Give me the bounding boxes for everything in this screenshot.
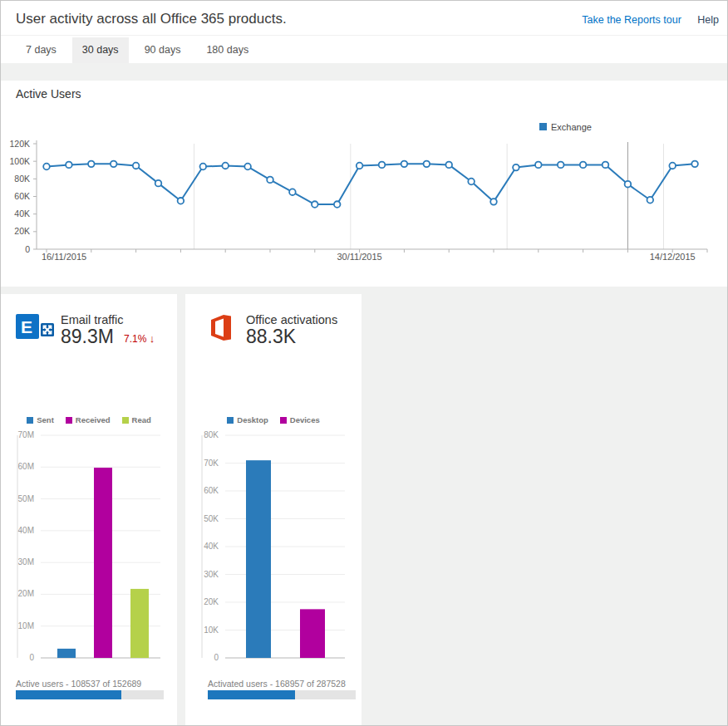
time-range-tabs: 7 days30 days90 days180 days — [16, 37, 264, 63]
svg-text:120K: 120K — [9, 139, 30, 149]
svg-text:16/11/2015: 16/11/2015 — [42, 252, 86, 262]
svg-text:0: 0 — [214, 653, 219, 662]
email-traffic-change: 7.1% ↓ — [124, 332, 155, 345]
svg-text:30/11/2015: 30/11/2015 — [337, 252, 381, 262]
svg-text:100K: 100K — [9, 156, 30, 166]
activated-users-progress-label: Activated users - 168957 of 287528 — [208, 679, 346, 689]
svg-text:80K: 80K — [204, 430, 219, 439]
change-percent: 7.1% — [124, 333, 146, 345]
svg-text:20M: 20M — [18, 589, 34, 598]
legend-swatch-icon — [280, 417, 287, 424]
legend-item-exchange[interactable]: Exchange — [539, 122, 592, 132]
legend-label: Devices — [290, 415, 320, 424]
legend-swatch-icon — [539, 123, 547, 130]
svg-text:60M: 60M — [18, 462, 34, 471]
svg-text:20K: 20K — [14, 226, 30, 236]
activated-users-progress-fill — [208, 690, 295, 699]
tab-180-days[interactable]: 180 days — [196, 37, 258, 63]
active-users-line-chart[interactable]: 020K40K60K80K100K120K16/11/201530/11/201… — [1, 134, 728, 271]
svg-text:60K: 60K — [204, 486, 219, 495]
svg-text:20K: 20K — [204, 597, 219, 606]
svg-text:30K: 30K — [204, 570, 219, 579]
active-users-title: Active Users — [16, 87, 81, 101]
tab-90-days[interactable]: 90 days — [135, 37, 191, 63]
svg-text:50M: 50M — [18, 494, 34, 503]
help-link[interactable]: Help — [697, 14, 719, 26]
svg-text:30M: 30M — [18, 557, 34, 567]
active-users-panel: Active Users Exchange 020K40K60K80K100K1… — [1, 81, 728, 287]
page-title: User activity across all Office 365 prod… — [16, 11, 287, 27]
active-users-progress-fill — [16, 690, 121, 699]
email-traffic-bar-chart[interactable]: 010M20M30M40M50M60M70M — [1, 429, 177, 670]
legend-label: Sent — [37, 415, 54, 424]
legend-item-desktop[interactable]: Desktop — [227, 415, 268, 424]
email-traffic-value: 89.3M — [61, 326, 114, 348]
header: User activity across all Office 365 prod… — [1, 1, 727, 63]
active-users-progress-label: Active users - 108537 of 152689 — [16, 679, 141, 689]
email-traffic-legend: SentReceivedRead — [1, 415, 177, 424]
svg-text:60K: 60K — [14, 191, 30, 201]
svg-text:0: 0 — [25, 244, 30, 254]
office-activations-value: 88.3K — [246, 326, 296, 348]
office-logo-icon — [208, 314, 233, 341]
exchange-logo-icon: E — [16, 314, 54, 339]
reports-tour-link[interactable]: Take the Reports tour — [582, 14, 681, 26]
svg-text:80K: 80K — [14, 174, 30, 184]
header-links: Take the Reports tour Help — [582, 14, 719, 26]
legend-label: Exchange — [551, 122, 592, 132]
svg-text:0: 0 — [29, 653, 34, 662]
exchange-legend[interactable]: Exchange — [539, 122, 592, 132]
legend-item-devices[interactable]: Devices — [280, 415, 320, 424]
svg-text:10M: 10M — [18, 621, 34, 630]
legend-label: Read — [132, 415, 151, 424]
legend-label: Desktop — [237, 415, 268, 424]
svg-text:14/12/2015: 14/12/2015 — [650, 252, 696, 262]
svg-text:E: E — [21, 317, 32, 336]
active-users-progress-bar — [16, 690, 164, 699]
email-traffic-title: Email traffic — [61, 313, 123, 326]
svg-text:70M: 70M — [18, 430, 34, 439]
svg-text:40M: 40M — [18, 526, 34, 535]
svg-text:10K: 10K — [204, 625, 219, 635]
svg-text:40K: 40K — [204, 542, 219, 551]
legend-item-read[interactable]: Read — [122, 415, 151, 424]
office-activations-bar-chart[interactable]: 010K20K30K40K50K60K70K80K — [185, 429, 362, 670]
email-traffic-card[interactable]: E Email traffic 89.3M 7.1% ↓ SentReceive… — [1, 294, 177, 726]
legend-swatch-icon — [27, 417, 33, 424]
svg-text:50K: 50K — [204, 514, 219, 523]
legend-item-received[interactable]: Received — [66, 415, 111, 424]
activated-users-progress-bar — [208, 690, 356, 699]
tab-30-days[interactable]: 30 days — [72, 37, 129, 63]
tab-7-days[interactable]: 7 days — [16, 37, 66, 63]
legend-swatch-icon — [66, 417, 72, 424]
legend-swatch-icon — [227, 417, 234, 424]
office-activations-card[interactable]: Office activations 88.3K DesktopDevices … — [185, 294, 362, 726]
office-activations-title: Office activations — [246, 313, 337, 326]
legend-label: Received — [76, 415, 111, 424]
legend-swatch-icon — [122, 417, 129, 424]
down-arrow-icon: ↓ — [150, 332, 155, 345]
svg-text:70K: 70K — [204, 459, 219, 468]
svg-text:40K: 40K — [14, 208, 30, 218]
office-activations-legend: DesktopDevices — [185, 415, 362, 424]
legend-item-sent[interactable]: Sent — [27, 415, 54, 424]
office365-reports-page: User activity across all Office 365 prod… — [0, 0, 728, 726]
